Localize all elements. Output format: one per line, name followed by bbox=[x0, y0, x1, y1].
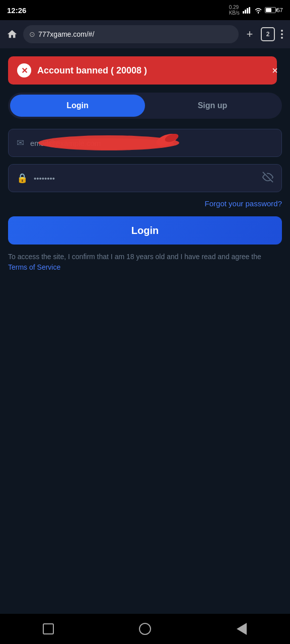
recent-apps-button[interactable] bbox=[36, 616, 61, 641]
terms-prefix: To access the site, I confirm that I am … bbox=[8, 253, 261, 261]
tab-login[interactable]: Login bbox=[10, 95, 145, 117]
svg-rect-0 bbox=[243, 11, 244, 14]
status-time: 12:26 bbox=[7, 6, 26, 15]
auth-tabs: Login Sign up bbox=[8, 93, 282, 119]
tab-signup[interactable]: Sign up bbox=[145, 95, 280, 117]
signal-icon bbox=[243, 7, 252, 14]
page-content: ✕ Account banned ( 20008 ) × Login Sign … bbox=[0, 48, 290, 281]
signal-text: 0.29KB/s bbox=[229, 5, 240, 16]
forgot-password-section: Forgot your password? bbox=[8, 199, 282, 208]
tabs-button[interactable]: 2 bbox=[261, 27, 275, 41]
status-icons: 0.29KB/s 57 bbox=[229, 5, 283, 16]
terms-section: To access the site, I confirm that I am … bbox=[8, 252, 282, 273]
status-bar: 12:26 0.29KB/s 57 bbox=[0, 0, 290, 20]
wifi-icon bbox=[254, 7, 263, 14]
browser-actions: + 2 bbox=[243, 27, 285, 41]
home-nav-icon bbox=[139, 623, 151, 635]
back-icon bbox=[237, 623, 247, 635]
banned-banner: ✕ Account banned ( 20008 ) bbox=[8, 56, 277, 85]
ban-message: Account banned ( 20008 ) bbox=[37, 65, 147, 76]
email-field[interactable]: ✉ email@example.com bbox=[8, 129, 282, 157]
new-tab-button[interactable]: + bbox=[243, 28, 257, 41]
svg-rect-3 bbox=[249, 7, 250, 14]
home-nav-button[interactable] bbox=[132, 616, 158, 641]
terms-link[interactable]: Terms of Service bbox=[8, 263, 60, 271]
recent-apps-icon bbox=[43, 623, 54, 634]
svg-rect-2 bbox=[247, 8, 248, 14]
url-bar[interactable]: ⊙ 777xgame.com/#/ bbox=[23, 25, 239, 43]
browser-bar: ⊙ 777xgame.com/#/ + 2 bbox=[0, 20, 290, 48]
email-value: email@example.com bbox=[30, 139, 273, 147]
login-button[interactable]: Login bbox=[8, 216, 282, 245]
svg-rect-1 bbox=[245, 10, 246, 14]
email-input-group: ✉ email@example.com bbox=[8, 129, 282, 157]
banner-container: ✕ Account banned ( 20008 ) × bbox=[8, 56, 282, 85]
url-text: 777xgame.com/#/ bbox=[38, 30, 94, 38]
bottom-nav bbox=[0, 614, 290, 644]
menu-button[interactable] bbox=[279, 28, 285, 41]
back-button[interactable] bbox=[229, 616, 254, 641]
url-icon: ⊙ bbox=[29, 30, 35, 38]
lock-icon: 🔒 bbox=[17, 173, 28, 184]
password-value: •••••••• bbox=[34, 174, 256, 183]
battery-level: 57 bbox=[277, 7, 283, 13]
password-field[interactable]: 🔒 •••••••• bbox=[8, 164, 282, 192]
close-button[interactable]: × bbox=[268, 63, 282, 77]
email-icon: ✉ bbox=[17, 137, 24, 148]
password-input-group: 🔒 •••••••• bbox=[8, 164, 282, 192]
forgot-password-link[interactable]: Forgot your password? bbox=[205, 199, 282, 208]
ban-icon: ✕ bbox=[17, 63, 31, 77]
home-button[interactable] bbox=[5, 27, 19, 41]
toggle-password-button[interactable] bbox=[262, 172, 273, 185]
